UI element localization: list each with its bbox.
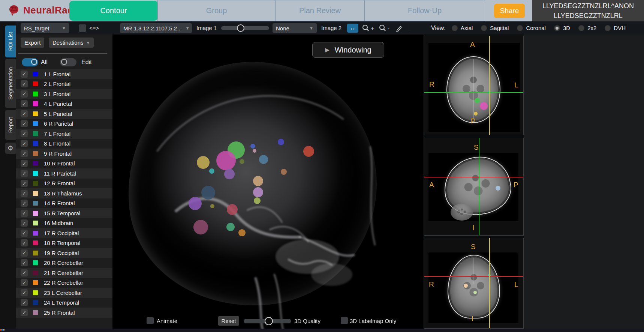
settings-button[interactable]: ⚙: [5, 143, 16, 154]
coronal-crosshair-horizontal[interactable]: [424, 276, 523, 277]
main-tab[interactable]: Plan Review: [275, 0, 365, 21]
coronal-view-panel[interactable]: S R L I: [424, 238, 524, 329]
roi-list-item[interactable]: ✓ 5 L Parietal: [16, 109, 112, 119]
roi-visibility-checkbox[interactable]: ✓: [21, 130, 28, 137]
swap-images-button[interactable]: ↔: [347, 24, 358, 33]
main-tab[interactable]: Contour: [69, 1, 158, 21]
roi-visibility-checkbox[interactable]: ✓: [21, 230, 28, 237]
roi-visibility-checkbox[interactable]: ✓: [21, 239, 28, 246]
view-option[interactable]: Sagittal: [481, 25, 509, 31]
roi-visibility-checkbox[interactable]: ✓: [21, 269, 28, 276]
animate-checkbox[interactable]: [147, 317, 154, 324]
roi-list-item[interactable]: ✓ 23 L Cerebellar: [16, 288, 112, 298]
quality-slider-thumb[interactable]: [265, 317, 273, 325]
sidebar-tab-report[interactable]: Report: [5, 110, 16, 140]
roi-list-item[interactable]: ✓ 13 R Thalamus: [16, 188, 112, 198]
view-option[interactable]: Axial: [452, 25, 473, 31]
radio-icon[interactable]: [554, 25, 560, 31]
roi-list-item[interactable]: ✓ 9 R Frontal: [16, 149, 112, 159]
roi-list-item[interactable]: ✓ 24 L Temporal: [16, 298, 112, 308]
roi-list-item[interactable]: ✓ 19 R Occipital: [16, 248, 112, 258]
sidebar-tab-roi-list[interactable]: ROI List: [5, 26, 16, 57]
roi-list-item[interactable]: ✓ 4 L Parietal: [16, 99, 112, 109]
compare-checkbox[interactable]: [79, 24, 86, 32]
view-option[interactable]: 3D: [554, 25, 570, 31]
roi-visibility-checkbox[interactable]: ✓: [21, 100, 28, 107]
roi-visibility-checkbox[interactable]: ✓: [21, 299, 28, 306]
roi-visibility-checkbox[interactable]: ✓: [21, 200, 28, 207]
roi-visibility-checkbox[interactable]: ✓: [21, 190, 28, 197]
radio-icon[interactable]: [517, 25, 523, 31]
quality-slider[interactable]: [244, 319, 291, 323]
roi-list-item[interactable]: ✓ 10 R Frontal: [16, 159, 112, 169]
axial-crosshair-vertical[interactable]: [489, 36, 490, 135]
structure-set-select[interactable]: RS_target ▼: [21, 23, 69, 33]
windowing-button[interactable]: ▶ Windowing: [312, 42, 384, 58]
roi-list-item[interactable]: ✓ 17 R Occipital: [16, 228, 112, 238]
roi-visibility-checkbox[interactable]: ✓: [21, 110, 28, 117]
image1-slider-thumb[interactable]: [237, 24, 244, 32]
roi-list-item[interactable]: ✓ 20 R Cerebellar: [16, 258, 112, 268]
sagittal-crosshair-vertical[interactable]: [479, 138, 479, 235]
roi-list-item[interactable]: ✓ 2 L Frontal: [16, 79, 112, 89]
export-button[interactable]: Export: [21, 38, 44, 48]
roi-list-item[interactable]: ✓ 21 R Cerebellar: [16, 268, 112, 278]
roi-list-item[interactable]: ✓ 8 L Frontal: [16, 139, 112, 149]
sagittal-view-panel[interactable]: S A P I: [424, 138, 524, 236]
zoom-out-button[interactable]: -: [379, 23, 389, 33]
view-option[interactable]: 2x2: [578, 25, 596, 31]
annotate-button[interactable]: [395, 23, 403, 33]
share-button[interactable]: Share: [494, 4, 525, 18]
axial-crosshair-horizontal[interactable]: [424, 92, 523, 93]
roi-visibility-checkbox[interactable]: ✓: [21, 140, 28, 147]
roi-visibility-checkbox[interactable]: ✓: [21, 160, 28, 167]
roi-visibility-checkbox[interactable]: ✓: [21, 279, 28, 286]
roi-visibility-checkbox[interactable]: ✓: [21, 259, 28, 266]
all-toggle[interactable]: [22, 58, 38, 66]
roi-list-item[interactable]: ✓ 16 Midbrain: [16, 218, 112, 228]
roi-list-item[interactable]: ✓ 12 R Frontal: [16, 179, 112, 189]
main-tab[interactable]: Group: [157, 0, 276, 21]
roi-list-item[interactable]: ✓ 25 R Frontal: [16, 308, 112, 318]
sidebar-tab-segmentation[interactable]: Segmentation: [5, 59, 16, 108]
roi-visibility-checkbox[interactable]: ✓: [21, 180, 28, 187]
blend-select[interactable]: None ▼: [273, 23, 317, 33]
roi-list-item[interactable]: ✓ 11 R Parietal: [16, 168, 112, 179]
roi-visibility-checkbox[interactable]: ✓: [21, 219, 28, 227]
radio-icon[interactable]: [481, 25, 487, 31]
axial-view-panel[interactable]: A R L P: [424, 36, 524, 135]
roi-list-item[interactable]: ✓ 18 R Temporal: [16, 238, 112, 248]
image1-opacity-slider[interactable]: [221, 26, 269, 30]
roi-list-item[interactable]: ✓ 14 R Frontal: [16, 198, 112, 209]
view-option[interactable]: DVH: [605, 25, 626, 31]
view-option[interactable]: Coronal: [517, 25, 546, 31]
series-select[interactable]: MR.1.3.12.2.1107.5.2... ▼: [120, 23, 192, 33]
main-tab[interactable]: Follow-Up: [364, 0, 485, 21]
coronal-crosshair-vertical[interactable]: [489, 238, 490, 328]
roi-visibility-checkbox[interactable]: ✓: [21, 289, 28, 296]
roi-visibility-checkbox[interactable]: ✓: [21, 90, 28, 98]
roi-visibility-checkbox[interactable]: ✓: [21, 71, 28, 78]
sagittal-crosshair-horizontal[interactable]: [424, 177, 523, 177]
roi-visibility-checkbox[interactable]: ✓: [21, 120, 28, 127]
roi-visibility-checkbox[interactable]: ✓: [21, 150, 28, 157]
roi-visibility-checkbox[interactable]: ✓: [21, 170, 28, 177]
radio-icon[interactable]: [578, 25, 584, 31]
roi-visibility-checkbox[interactable]: ✓: [21, 80, 28, 87]
roi-visibility-checkbox[interactable]: ✓: [21, 309, 28, 316]
roi-visibility-checkbox[interactable]: ✓: [21, 249, 28, 257]
roi-list-item[interactable]: ✓ 22 R Cerebellar: [16, 278, 112, 288]
roi-list-item[interactable]: ✓ 7 L Frontal: [16, 129, 112, 139]
roi-list-item[interactable]: ✓ 3 L Frontal: [16, 89, 112, 99]
zoom-in-button[interactable]: +: [362, 23, 374, 33]
edit-toggle[interactable]: [60, 58, 76, 66]
reset-button[interactable]: Reset: [218, 316, 239, 326]
roi-list-item[interactable]: ✓ 15 R Temporal: [16, 208, 112, 218]
roi-list-item[interactable]: ✓ 6 R Parietal: [16, 119, 112, 129]
roi-visibility-checkbox[interactable]: ✓: [21, 210, 28, 217]
radio-icon[interactable]: [605, 25, 611, 31]
roi-list-item[interactable]: ✓ 1 L Frontal: [16, 69, 112, 79]
viewport-3d[interactable]: ▶ Windowing Animate Reset 3D Quality 3D …: [112, 35, 423, 332]
labelmap-checkbox[interactable]: [341, 317, 348, 324]
radio-icon[interactable]: [452, 25, 458, 31]
